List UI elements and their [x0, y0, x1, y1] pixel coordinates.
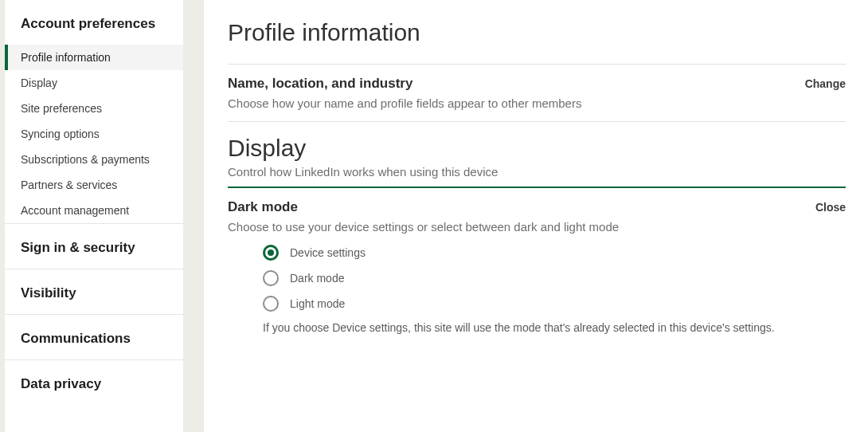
sidebar-item-display[interactable]: Display — [5, 70, 183, 96]
sidebar-item-site-preferences[interactable]: Site preferences — [5, 96, 183, 121]
radio-icon — [263, 245, 279, 261]
dark-mode-desc: Choose to use your device settings or se… — [228, 220, 619, 234]
setting-name-location-industry[interactable]: Name, location, and industry Choose how … — [228, 65, 846, 121]
sidebar-group-communications[interactable]: Communications — [5, 315, 183, 359]
sidebar-item-subscriptions-payments[interactable]: Subscriptions & payments — [5, 147, 183, 172]
dark-mode-title: Dark mode — [228, 199, 619, 215]
main-content: Profile information Name, location, and … — [204, 0, 868, 432]
sidebar-item-account-management[interactable]: Account management — [5, 198, 183, 223]
sidebar-item-profile-information[interactable]: Profile information — [5, 45, 183, 70]
sidebar-item-syncing-options[interactable]: Syncing options — [5, 121, 183, 147]
setting-dark-mode: Dark mode Choose to use your device sett… — [228, 188, 846, 334]
divider — [228, 121, 846, 122]
radio-device-settings[interactable]: Device settings — [263, 245, 846, 261]
change-link[interactable]: Change — [805, 76, 846, 90]
sidebar-group-visibility[interactable]: Visibility — [5, 269, 183, 314]
section-subheading-display: Control how LinkedIn works when using th… — [228, 165, 846, 179]
sidebar-item-partners-services[interactable]: Partners & services — [5, 172, 183, 198]
sidebar-group-data-privacy[interactable]: Data privacy — [5, 360, 183, 405]
radio-label: Device settings — [290, 246, 366, 259]
radio-icon — [263, 296, 279, 312]
dark-mode-radio-group: Device settings Dark mode Light mode — [228, 245, 846, 312]
sidebar: Account preferences Profile information … — [5, 0, 183, 432]
dark-mode-hint: If you choose Device settings, this site… — [228, 321, 846, 334]
radio-label: Dark mode — [290, 272, 344, 285]
radio-dark-mode[interactable]: Dark mode — [263, 270, 846, 286]
radio-label: Light mode — [290, 297, 345, 310]
sidebar-group-sign-in-security[interactable]: Sign in & security — [5, 224, 183, 269]
setting-title: Name, location, and industry — [228, 76, 581, 92]
radio-icon — [263, 270, 279, 286]
setting-desc: Choose how your name and profile fields … — [228, 96, 581, 110]
radio-light-mode[interactable]: Light mode — [263, 296, 846, 312]
sidebar-group-account-preferences[interactable]: Account preferences — [5, 0, 183, 45]
page-title-profile-information: Profile information — [228, 19, 846, 46]
section-heading-display: Display — [228, 135, 846, 162]
close-link[interactable]: Close — [815, 199, 846, 214]
